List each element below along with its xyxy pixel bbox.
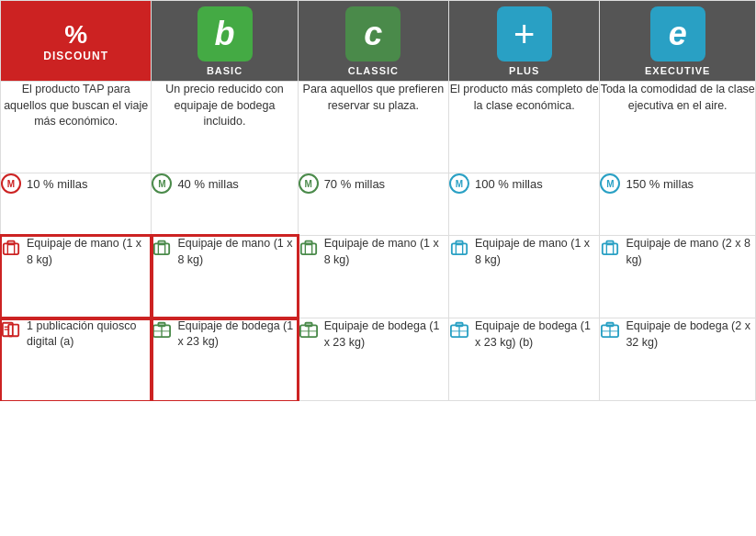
hand-luggage-icon-executive [600, 237, 620, 262]
basic-label: BASIC [207, 65, 243, 76]
svg-rect-5 [159, 241, 165, 245]
hold-luggage-classic: Equipaje de bodega (1 x 23 kg) [298, 318, 448, 401]
miles-executive: M 150 % millas [600, 173, 756, 236]
desc-plus: El producto más completo de la clase eco… [449, 82, 600, 173]
svg-rect-1 [7, 241, 14, 245]
miles-badge-basic: M [152, 173, 172, 194]
header-row: % DISCOUNT b BASIC [1, 1, 756, 82]
executive-letter: e [669, 15, 687, 53]
desc-executive: Toda la comodidad de la clase ejecutiva … [600, 82, 756, 173]
miles-classic: M 70 % millas [298, 173, 448, 236]
hold-luggage-icon-classic [299, 319, 319, 345]
classic-letter: c [364, 15, 382, 53]
executive-label: EXECUTIVE [645, 65, 710, 76]
plus-label: PLUS [509, 65, 539, 76]
miles-badge-discount: M [1, 173, 21, 194]
hold-luggage-executive: Equipaje de bodega (2 x 32 kg) [600, 318, 756, 401]
header-plus: + PLUS [449, 1, 600, 82]
svg-rect-9 [305, 241, 311, 245]
hold-luggage-icon-plus [449, 319, 469, 345]
hand-luggage-icon-classic [299, 237, 319, 262]
hold-luggage-icon-discount [1, 319, 21, 345]
header-executive: e EXECUTIVE [600, 1, 756, 82]
header-classic: c CLASSIC [298, 1, 448, 82]
svg-rect-17 [607, 241, 614, 245]
hold-luggage-discount: 1 publicación quiosco digital (a) [1, 318, 152, 401]
miles-badge-classic: M [299, 173, 319, 194]
desc-classic: Para aquellos que prefieren reservar su … [298, 82, 448, 173]
hand-luggage-icon-basic [152, 237, 172, 262]
miles-row: M 10 % millas M 40 % millas M 70 % milla… [1, 173, 756, 236]
hand-luggage-icon-discount [1, 237, 21, 262]
discount-percent: % [64, 20, 87, 50]
hand-luggage-classic: Equipaje de mano (1 x 8 kg) [298, 236, 448, 318]
hand-luggage-executive: Equipaje de mano (2 x 8 kg) [600, 236, 756, 318]
plus-sign: + [513, 16, 535, 52]
miles-badge-executive: M [600, 173, 620, 194]
hand-luggage-basic: Equipaje de mano (1 x 8 kg) [152, 236, 298, 318]
desc-basic: Un precio reducido con equipaje de bodeg… [152, 82, 298, 173]
header-discount: % DISCOUNT [1, 1, 152, 82]
description-row: El producto TAP para aquellos que buscan… [1, 82, 756, 173]
hold-luggage-icon-executive [600, 319, 620, 345]
hand-luggage-discount: Equipaje de mano (1 x 8 kg) [1, 236, 152, 318]
basic-letter: b [215, 15, 235, 53]
hold-luggage-row: 1 publicación quiosco digital (a) [1, 318, 756, 401]
discount-label: DISCOUNT [43, 50, 108, 62]
desc-discount: El producto TAP para aquellos que buscan… [1, 82, 152, 173]
hand-luggage-icon-plus [449, 237, 469, 262]
fare-comparison-table: % DISCOUNT b BASIC [0, 0, 756, 401]
hold-luggage-plus: Equipaje de bodega (1 x 23 kg) (b) [449, 318, 600, 401]
miles-basic: M 40 % millas [152, 173, 298, 236]
miles-discount: M 10 % millas [1, 173, 152, 236]
miles-plus: M 100 % millas [449, 173, 600, 236]
classic-label: CLASSIC [348, 65, 399, 76]
svg-rect-13 [456, 241, 462, 245]
miles-badge-plus: M [449, 173, 469, 194]
hand-luggage-row: Equipaje de mano (1 x 8 kg) [1, 236, 756, 318]
hold-luggage-icon-basic [152, 319, 172, 345]
hand-luggage-plus: Equipaje de mano (1 x 8 kg) [449, 236, 600, 318]
header-basic: b BASIC [152, 1, 298, 82]
hold-luggage-basic: Equipaje de bodega (1 x 23 kg) [152, 318, 298, 401]
